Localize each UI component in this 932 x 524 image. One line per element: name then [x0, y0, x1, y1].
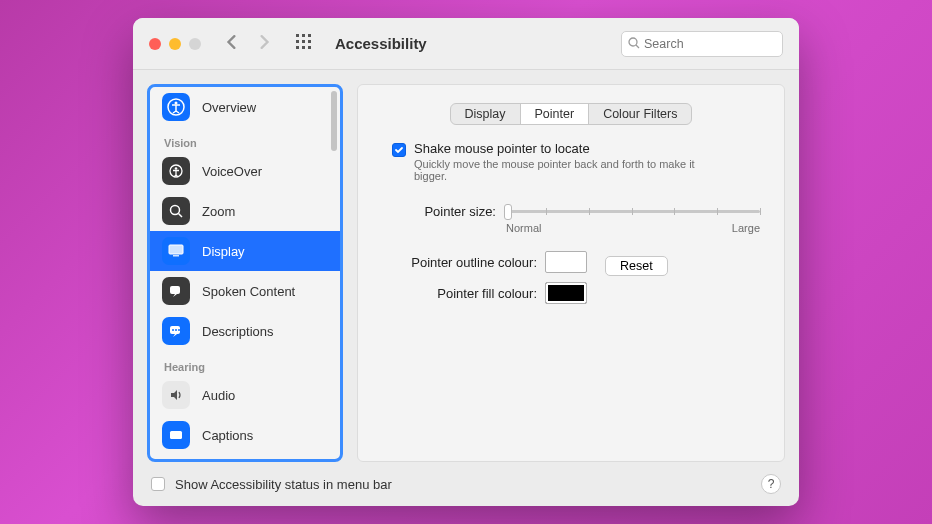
- outline-colour-label: Pointer outline colour:: [382, 255, 537, 270]
- sidebar-item-label: Audio: [202, 388, 235, 403]
- sidebar-section-hearing: Hearing: [150, 351, 340, 375]
- sidebar-item-label: Descriptions: [202, 324, 274, 339]
- svg-rect-19: [170, 286, 180, 294]
- svg-point-21: [172, 329, 174, 331]
- sidebar-item-descriptions[interactable]: Descriptions: [150, 311, 340, 351]
- search-field[interactable]: [621, 31, 783, 57]
- status-menubar-label: Show Accessibility status in menu bar: [175, 477, 392, 492]
- help-button[interactable]: ?: [761, 474, 781, 494]
- tab-bar: Display Pointer Colour Filters: [382, 103, 760, 125]
- slider-max-label: Large: [732, 222, 760, 234]
- reset-button[interactable]: Reset: [605, 256, 668, 276]
- svg-rect-8: [308, 46, 311, 49]
- svg-line-10: [636, 45, 639, 48]
- shake-label: Shake mouse pointer to locate: [414, 141, 714, 156]
- sidebar-item-label: VoiceOver: [202, 164, 262, 179]
- shake-hint: Quickly move the mouse pointer back and …: [414, 158, 714, 182]
- search-icon: [628, 35, 640, 53]
- status-menubar-checkbox[interactable]: [151, 477, 165, 491]
- sidebar-item-overview[interactable]: Overview: [150, 87, 340, 127]
- slider-thumb[interactable]: [504, 204, 512, 220]
- outline-colour-swatch[interactable]: [545, 251, 587, 273]
- svg-rect-1: [302, 34, 305, 37]
- close-icon[interactable]: [149, 38, 161, 50]
- sidebar-item-spoken-content[interactable]: Spoken Content: [150, 271, 340, 311]
- svg-point-15: [171, 206, 180, 215]
- footer: Show Accessibility status in menu bar ?: [133, 462, 799, 506]
- svg-rect-18: [173, 255, 179, 257]
- shake-checkbox[interactable]: [392, 143, 406, 157]
- settings-panel: Display Pointer Colour Filters Shake mou…: [357, 84, 785, 462]
- fill-colour-swatch[interactable]: [545, 282, 587, 304]
- back-icon[interactable]: [225, 35, 239, 53]
- accessibility-icon: [162, 93, 190, 121]
- traffic-lights: [149, 38, 201, 50]
- fill-colour-label: Pointer fill colour:: [382, 286, 537, 301]
- svg-rect-0: [296, 34, 299, 37]
- descriptions-icon: [162, 317, 190, 345]
- sidebar-section-vision: Vision: [150, 127, 340, 151]
- sidebar-item-voiceover[interactable]: VoiceOver: [150, 151, 340, 191]
- pointer-size-slider[interactable]: [504, 202, 760, 220]
- slider-min-label: Normal: [506, 222, 541, 234]
- preferences-window: Accessibility Overview Vision VoiceOver: [133, 18, 799, 506]
- sidebar-item-display[interactable]: Display: [150, 231, 340, 271]
- zoom-icon: [162, 197, 190, 225]
- sidebar-item-label: Overview: [202, 100, 256, 115]
- audio-icon: [162, 381, 190, 409]
- show-all-icon[interactable]: [295, 33, 313, 55]
- svg-rect-3: [296, 40, 299, 43]
- captions-icon: [162, 421, 190, 449]
- sidebar-item-audio[interactable]: Audio: [150, 375, 340, 415]
- sidebar: Overview Vision VoiceOver Zoom Display: [147, 84, 343, 462]
- maximize-icon: [189, 38, 201, 50]
- svg-rect-5: [308, 40, 311, 43]
- nav-arrows: [225, 35, 271, 53]
- svg-rect-6: [296, 46, 299, 49]
- svg-line-16: [179, 214, 183, 218]
- sidebar-item-label: Spoken Content: [202, 284, 295, 299]
- window-title: Accessibility: [335, 35, 427, 52]
- sidebar-item-label: Captions: [202, 428, 253, 443]
- forward-icon[interactable]: [257, 35, 271, 53]
- svg-point-14: [175, 167, 178, 170]
- scrollbar-thumb[interactable]: [331, 91, 337, 151]
- sidebar-item-captions[interactable]: Captions: [150, 415, 340, 455]
- pointer-size-label: Pointer size:: [382, 204, 496, 219]
- display-icon: [162, 237, 190, 265]
- svg-point-9: [629, 38, 637, 46]
- svg-point-22: [175, 329, 177, 331]
- voiceover-icon: [162, 157, 190, 185]
- main-content: Display Pointer Colour Filters Shake mou…: [357, 84, 785, 462]
- svg-point-12: [175, 102, 178, 105]
- tab-display[interactable]: Display: [451, 104, 521, 124]
- svg-rect-17: [169, 245, 183, 254]
- search-input[interactable]: [644, 37, 799, 51]
- minimize-icon[interactable]: [169, 38, 181, 50]
- svg-rect-2: [308, 34, 311, 37]
- body: Overview Vision VoiceOver Zoom Display: [133, 70, 799, 462]
- svg-point-23: [178, 329, 180, 331]
- tab-colour-filters[interactable]: Colour Filters: [589, 104, 691, 124]
- sidebar-item-zoom[interactable]: Zoom: [150, 191, 340, 231]
- sidebar-item-label: Zoom: [202, 204, 235, 219]
- spoken-content-icon: [162, 277, 190, 305]
- svg-rect-7: [302, 46, 305, 49]
- titlebar: Accessibility: [133, 18, 799, 70]
- sidebar-item-label: Display: [202, 244, 245, 259]
- tab-pointer[interactable]: Pointer: [521, 104, 590, 124]
- svg-rect-4: [302, 40, 305, 43]
- svg-rect-24: [170, 431, 182, 439]
